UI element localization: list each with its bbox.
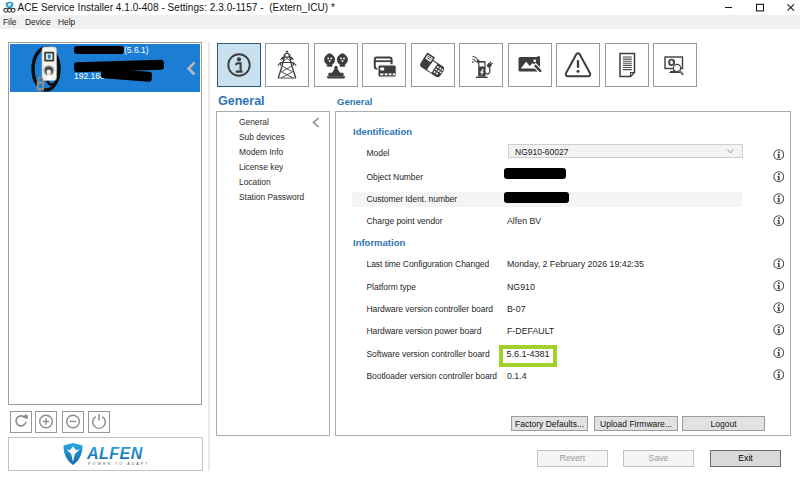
svg-text:POWER TO ADAPT: POWER TO ADAPT — [88, 462, 150, 466]
svg-text:ALFEN: ALFEN — [86, 445, 143, 462]
